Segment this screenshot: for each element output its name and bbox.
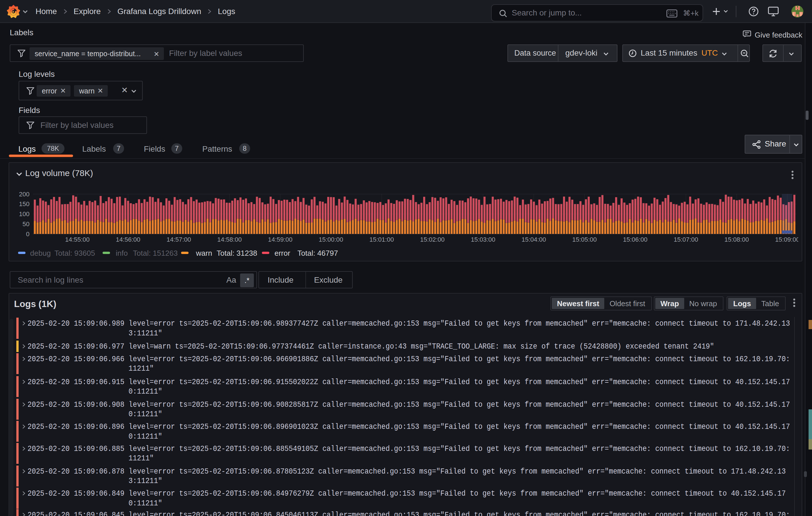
svg-text:15:08:00: 15:08:00 bbox=[724, 236, 749, 243]
svg-text:14:56:00: 14:56:00 bbox=[116, 236, 140, 243]
svg-text:15:01:00: 15:01:00 bbox=[369, 236, 394, 243]
svg-text:14:57:00: 14:57:00 bbox=[167, 236, 191, 243]
svg-text:15:04:00: 15:04:00 bbox=[521, 236, 546, 243]
svg-text:0: 0 bbox=[26, 230, 30, 238]
svg-text:15:06:00: 15:06:00 bbox=[623, 236, 647, 243]
svg-text:14:59:00: 14:59:00 bbox=[268, 236, 293, 243]
svg-text:15:09:00: 15:09:00 bbox=[775, 236, 798, 243]
svg-text:15:00:00: 15:00:00 bbox=[319, 236, 343, 243]
svg-text:15:07:00: 15:07:00 bbox=[674, 236, 698, 243]
svg-text:100: 100 bbox=[19, 210, 30, 218]
svg-text:150: 150 bbox=[19, 200, 30, 208]
svg-text:14:58:00: 14:58:00 bbox=[217, 236, 242, 243]
svg-text:15:02:00: 15:02:00 bbox=[420, 236, 445, 243]
svg-text:15:05:00: 15:05:00 bbox=[572, 236, 597, 243]
svg-text:50: 50 bbox=[23, 220, 30, 227]
svg-text:15:03:00: 15:03:00 bbox=[471, 236, 495, 243]
svg-text:14:55:00: 14:55:00 bbox=[65, 236, 90, 243]
svg-text:200: 200 bbox=[19, 191, 30, 198]
